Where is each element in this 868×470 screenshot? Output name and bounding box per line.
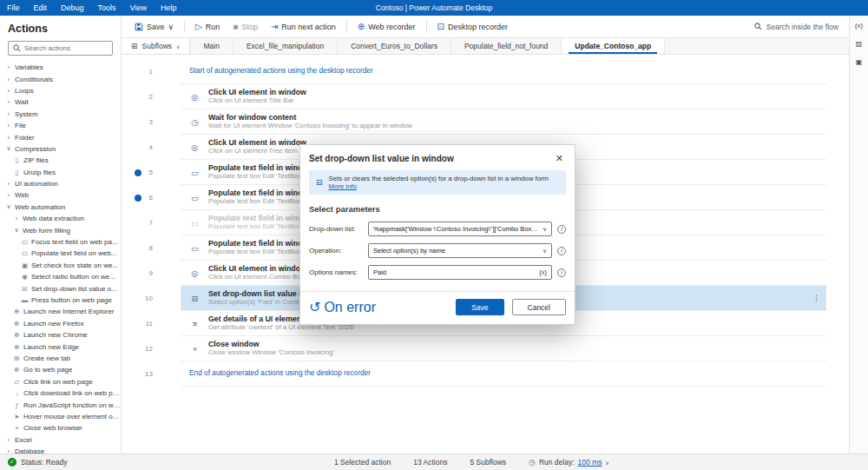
tree-item[interactable]: ▱Click link on web page [0, 376, 121, 387]
action-text: Close windowClose window Window 'Contoso… [208, 340, 334, 357]
action-card[interactable]: ×Close windowClose window Window 'Contos… [181, 336, 826, 361]
tab-excel_file_manipulation[interactable]: Excel_file_manipulation [233, 38, 338, 54]
tree-item[interactable]: ⊕Launch new Edge [0, 341, 121, 352]
tree-item[interactable]: ›Web data extraction [0, 213, 121, 224]
tree-item[interactable]: ∨Web automation [0, 202, 121, 213]
run-delay-value[interactable]: 100 ms [578, 458, 602, 467]
ui-elements-icon[interactable]: ▣ [856, 58, 863, 66]
action-card[interactable]: Start of autogenerated actions using the… [181, 59, 826, 84]
breakpoint-icon[interactable] [135, 195, 141, 202]
tree-item[interactable]: ∨Web form filling [0, 224, 121, 235]
doc-icon: ▯ [13, 169, 21, 176]
tree-item-label: Folder [15, 134, 35, 142]
field-input[interactable]: %appmask['Window \'Contoso Invoicing\'']… [368, 222, 552, 236]
tree-item[interactable]: ◉Select radio button on we... [0, 271, 121, 282]
tab-populate_field_not_found[interactable]: Populate_field_not_found [451, 38, 562, 54]
tree-item[interactable]: ▭Focus text field on web pa... [0, 236, 121, 248]
run-button[interactable]: ▷ Run [189, 20, 226, 34]
tree-item[interactable]: ▣Set check box state on we... [0, 260, 121, 271]
row-number: 4 [149, 143, 153, 151]
web-recorder-button[interactable]: ⊕ Web recorder [352, 20, 422, 34]
tree-item[interactable]: ➤Hover mouse over element on... [0, 411, 121, 422]
tree-item[interactable]: ⊕Launch new Internet Explorer [0, 306, 121, 317]
tree-item-label: Launch new Internet Explorer [23, 308, 115, 315]
tree-item[interactable]: ›UI automation [0, 178, 121, 189]
chevron-down-icon[interactable]: ∨ [542, 226, 547, 233]
flow-comment-row[interactable]: 13End of autogenerated actions using the… [122, 361, 849, 387]
on-error-button[interactable]: ↺ On error [309, 299, 376, 315]
tree-item[interactable]: ⊞Create new tab [0, 353, 121, 364]
save-label: Save [147, 23, 165, 31]
tab-update_contoso_app[interactable]: Update_Contoso_app [562, 38, 665, 54]
menu-file[interactable]: File [0, 0, 27, 16]
field-input[interactable]: Select option(s) by name∨ [368, 243, 552, 258]
actions-search-input[interactable] [24, 44, 108, 52]
tree-item[interactable]: ▭Populate text field on web... [0, 248, 121, 259]
tree-item[interactable]: ›Web [0, 189, 121, 201]
tree-item[interactable]: ›File [0, 120, 121, 131]
tree-item[interactable]: ›Loops [0, 85, 121, 96]
tree-item[interactable]: ↓Click download link on web pa... [0, 387, 121, 399]
action-title: End of autogenerated actions using the d… [189, 369, 371, 378]
field-input[interactable]: Paid{x} [368, 265, 552, 280]
tree-item[interactable]: ›Variables [0, 62, 121, 73]
menu-help[interactable]: Help [154, 0, 184, 16]
close-icon[interactable]: ✕ [553, 153, 566, 164]
tree-item[interactable]: ⊟Set drop-down list value o... [0, 282, 121, 294]
action-card[interactable]: ◎Click UI element in windowClick on UI e… [181, 84, 826, 109]
action-card[interactable]: ◷Wait for window contentWait for UI elem… [181, 109, 826, 135]
tab-convert_euros_to_dollars[interactable]: Convert_Euros_to_Dollars [338, 38, 451, 54]
tree-item[interactable]: ▬Press button on web page [0, 295, 121, 306]
actions-search[interactable] [8, 41, 113, 56]
tree-item[interactable]: ▯Unzip files [0, 167, 121, 178]
save-button[interactable]: Save [456, 299, 503, 315]
more-info-link[interactable]: More info [329, 182, 358, 190]
tree-item[interactable]: ƒRun JavaScript function on we... [0, 399, 121, 410]
info-icon[interactable]: i [557, 268, 566, 277]
info-icon[interactable]: i [557, 225, 566, 234]
variables-icon[interactable]: {x} [855, 22, 863, 30]
tree-item[interactable]: ›Conditionals [0, 73, 121, 84]
tree-item[interactable]: ⊕Go to web page [0, 364, 121, 375]
tree-item[interactable]: ∨Compression [0, 143, 121, 155]
menu-debug[interactable]: Debug [54, 0, 91, 16]
action-subtitle: Wait for UI element Window 'Contoso Invo… [208, 122, 412, 130]
save-button[interactable]: Save ∨ [128, 20, 180, 34]
tree-item[interactable]: ▯ZIP files [0, 155, 121, 166]
globe-icon: ⊕ [13, 308, 21, 315]
flow-search-placeholder: Search inside the flow [766, 23, 838, 31]
tree-item-label: Press button on web page [31, 296, 112, 304]
run-next-action-button[interactable]: ⇥ Run next action [265, 20, 342, 34]
tree-item[interactable]: ×Close web browser [0, 422, 121, 434]
menu-tools[interactable]: Tools [91, 0, 123, 16]
menu-edit[interactable]: Edit [27, 0, 55, 16]
menu-view[interactable]: View [123, 0, 154, 16]
tree-item[interactable]: ⊕Launch new Chrome [0, 329, 121, 341]
flow-action-row[interactable]: 12×Close windowClose window Window 'Cont… [122, 336, 849, 361]
subflows-dropdown[interactable]: ⊞ Subflows ∨ [122, 38, 190, 54]
variable-picker-icon[interactable]: {x} [539, 268, 547, 276]
run-delay-control[interactable]: ◷ Run delay: 100 ms ∨ [529, 458, 609, 467]
tree-item[interactable]: ›Folder [0, 131, 121, 142]
info-icon[interactable]: i [557, 247, 566, 255]
tree-item-label: Go to web page [23, 366, 72, 374]
flow-action-row[interactable]: 3◷Wait for window contentWait for UI ele… [122, 109, 849, 135]
tab-icon: ⊞ [13, 354, 21, 362]
flow-comment-row[interactable]: 1Start of autogenerated actions using th… [122, 59, 849, 84]
tree-item[interactable]: ›Excel [0, 434, 121, 446]
action-card[interactable]: End of autogenerated actions using the d… [181, 361, 826, 387]
chevron-down-icon[interactable]: ∨ [542, 248, 547, 255]
breakpoint-icon[interactable] [135, 169, 141, 176]
cancel-button[interactable]: Cancel [512, 299, 566, 315]
tree-item[interactable]: ⊕Launch new Firefox [0, 318, 121, 329]
tree-item[interactable]: ›Wait [0, 96, 121, 108]
flow-search[interactable]: Search inside the flow [754, 23, 842, 31]
tree-item[interactable]: ›System [0, 109, 121, 120]
desktop-recorder-button[interactable]: ⊡ Desktop recorder [431, 20, 514, 34]
tab-main[interactable]: Main [190, 38, 233, 54]
more-options-icon[interactable]: ⋮ [812, 294, 820, 302]
images-icon[interactable]: ▨ [856, 40, 863, 48]
tree-item[interactable]: ›Database [0, 446, 121, 453]
tree-item-label: ZIP files [23, 156, 49, 164]
flow-action-row[interactable]: 2◎Click UI element in windowClick on UI … [122, 84, 849, 109]
